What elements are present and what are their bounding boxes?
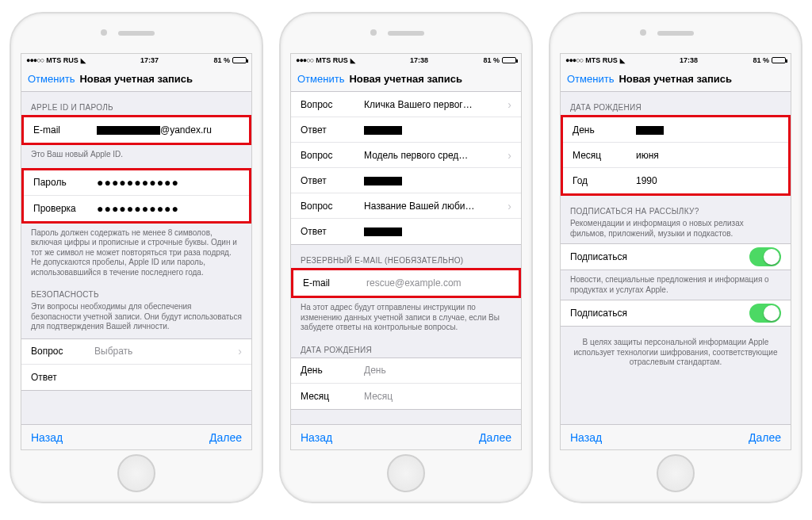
wifi-icon [350,56,355,64]
cancel-button[interactable]: Отменить [297,73,344,85]
back-button[interactable]: Назад [301,431,332,444]
section-rescue-email: РЕЗЕРВНЫЙ E-MAIL (НЕОБЯЗАТЕЛЬНО) [291,245,521,268]
question-1-field[interactable]: Вопрос Кличка Вашего первог… › [291,92,521,117]
chevron-right-icon: › [508,98,511,111]
chevron-right-icon: › [508,149,511,162]
privacy-note: В целях защиты персональной информации A… [561,327,791,369]
subscribe-news[interactable]: Подписаться [561,300,791,326]
dob-day-field[interactable]: День День [291,358,521,384]
clock: 17:37 [140,56,159,64]
home-button[interactable] [117,454,155,492]
battery-icon [232,57,247,63]
section-apple-id: APPLE ID И ПАРОЛЬ [21,92,251,115]
battery-icon [502,57,516,63]
home-button[interactable] [657,454,695,492]
dob-month-field[interactable]: Месяц июня [563,143,788,168]
answer-2-field[interactable]: Ответ [291,168,521,193]
section-security: БЕЗОПАСНОСТЬ [21,279,251,302]
toggle-on-icon[interactable] [749,247,781,266]
cancel-button[interactable]: Отменить [28,73,75,85]
toggle-on-icon[interactable] [749,304,781,323]
question-3-field[interactable]: Вопрос Название Вашей люби… › [291,193,521,219]
chevron-right-icon: › [238,345,242,358]
phone-1: ●●●○○MTS RUS 17:37 81 % Отменить Новая у… [10,12,263,503]
answer-1-field[interactable]: Ответ [291,117,521,143]
status-bar: ●●●○○MTS RUS 17:38 81 % [291,54,521,67]
nav-bar: Отменить Новая учетная запись [291,67,521,92]
wifi-icon [81,56,86,64]
nav-title: Новая учетная запись [79,73,193,85]
security-question-field[interactable]: Вопрос Выбрать › [21,339,251,365]
battery-icon [772,57,786,63]
status-bar: ●●●○○MTS RUS 17:37 81 % [21,54,251,67]
back-button[interactable]: Назад [570,431,602,444]
nav-title: Новая учетная запись [619,73,732,85]
wifi-icon [620,56,625,64]
nav-bar: Отменить Новая учетная запись [21,67,251,92]
next-button[interactable]: Далее [209,431,242,444]
clock: 17:38 [680,56,698,64]
question-2-field[interactable]: Вопрос Модель первого сред… › [291,143,521,168]
chevron-right-icon: › [508,200,511,212]
password-verify-field[interactable]: Проверка ●●●●●●●●●●● [24,196,249,221]
section-subscribe: ПОДПИСАТЬСЯ НА РАССЫЛКУ? [561,196,791,219]
dob-day-field[interactable]: День [563,117,788,143]
section-dob: ДАТА РОЖДЕНИЯ [291,335,521,358]
dob-month-field[interactable]: Месяц Месяц [291,384,521,409]
next-button[interactable]: Далее [479,431,511,444]
answer-3-field[interactable]: Ответ [291,219,521,244]
dob-year-field[interactable]: Год 1990 [563,168,788,193]
clock: 17:38 [410,56,428,64]
section-dob: ДАТА РОЖДЕНИЯ [561,92,791,115]
home-button[interactable] [387,454,425,492]
email-field[interactable]: E-mail @yandex.ru [24,117,249,143]
cancel-button[interactable]: Отменить [567,73,614,85]
security-answer-field[interactable]: Ответ [21,365,251,390]
rescue-email-field[interactable]: E-mail rescue@example.com [293,270,519,296]
phone-3: ●●●○○MTS RUS 17:38 81 % Отменить Новая у… [549,12,802,503]
next-button[interactable]: Далее [749,431,781,444]
subscribe-recommendations[interactable]: Подписаться [561,244,791,270]
nav-title: Новая учетная запись [349,73,462,85]
back-button[interactable]: Назад [31,431,63,444]
status-bar: ●●●○○MTS RUS 17:38 81 % [561,54,791,67]
phone-2: ●●●○○MTS RUS 17:38 81 % Отменить Новая у… [279,12,533,503]
nav-bar: Отменить Новая учетная запись [561,67,791,92]
password-field[interactable]: Пароль ●●●●●●●●●●● [24,170,249,196]
